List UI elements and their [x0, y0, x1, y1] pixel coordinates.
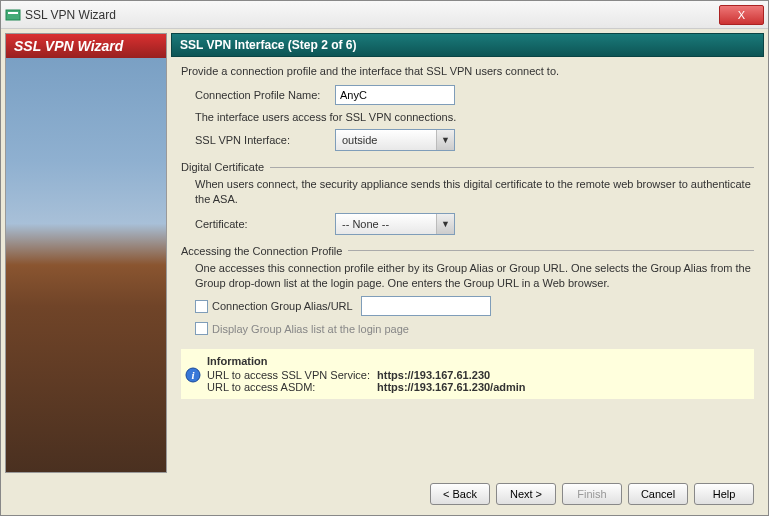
info-title: Information	[207, 355, 746, 367]
cancel-button[interactable]: Cancel	[628, 483, 688, 505]
app-icon	[5, 7, 21, 23]
sidebar-illustration	[6, 58, 166, 472]
interface-value: outside	[336, 134, 436, 146]
alias-checkbox-row: Connection Group Alias/URL	[195, 296, 754, 316]
profile-name-label: Connection Profile Name:	[195, 89, 335, 101]
help-button[interactable]: Help	[694, 483, 754, 505]
digital-cert-fieldset: Digital Certificate When users connect, …	[181, 161, 754, 235]
next-button[interactable]: Next >	[496, 483, 556, 505]
divider	[348, 250, 754, 251]
info-icon: i	[185, 367, 201, 383]
info-line1-label: URL to access SSL VPN Service:	[207, 369, 377, 381]
digital-cert-legend: Digital Certificate	[181, 161, 754, 173]
content: Provide a connection profile and the int…	[171, 57, 764, 477]
cert-row: Certificate: -- None -- ▼	[195, 213, 754, 235]
digital-cert-legend-text: Digital Certificate	[181, 161, 264, 173]
info-line2-label: URL to access ASDM:	[207, 381, 377, 393]
intro-text: Provide a connection profile and the int…	[181, 65, 754, 77]
profile-name-row: Connection Profile Name:	[195, 85, 754, 105]
alias-checkbox[interactable]	[195, 300, 208, 313]
info-line1-value: https://193.167.61.230	[377, 369, 490, 381]
interface-label: SSL VPN Interface:	[195, 134, 335, 146]
cert-label: Certificate:	[195, 218, 335, 230]
cert-value: -- None --	[336, 218, 436, 230]
back-button[interactable]: < Back	[430, 483, 490, 505]
alias-checkbox-label: Connection Group Alias/URL	[212, 300, 353, 312]
digital-cert-desc: When users connect, the security applian…	[195, 177, 754, 207]
interface-row: SSL VPN Interface: outside ▼	[195, 129, 754, 151]
close-button[interactable]: X	[719, 5, 764, 25]
button-bar: < Back Next > Finish Cancel Help	[171, 477, 764, 511]
sidebar-title: SSL VPN Wizard	[6, 34, 166, 58]
wizard-window: SSL VPN Wizard X SSL VPN Wizard SSL VPN …	[0, 0, 769, 516]
window-title: SSL VPN Wizard	[25, 8, 719, 22]
info-box: i Information URL to access SSL VPN Serv…	[181, 349, 754, 399]
svg-rect-0	[6, 10, 20, 20]
info-line-1: URL to access SSL VPN Service: https://1…	[207, 369, 746, 381]
info-line-2: URL to access ASDM: https://193.167.61.2…	[207, 381, 746, 393]
accessing-desc: One accesses this connection profile eit…	[195, 261, 754, 291]
svg-rect-1	[8, 12, 18, 14]
profile-name-input[interactable]	[335, 85, 455, 105]
chevron-down-icon: ▼	[436, 130, 454, 150]
cert-dropdown[interactable]: -- None -- ▼	[335, 213, 455, 235]
step-header: SSL VPN Interface (Step 2 of 6)	[171, 33, 764, 57]
accessing-fieldset: Accessing the Connection Profile One acc…	[181, 245, 754, 336]
divider	[270, 167, 754, 168]
alias-input[interactable]	[361, 296, 491, 316]
interface-note: The interface users access for SSL VPN c…	[195, 111, 754, 123]
info-line2-value: https://193.167.61.230/admin	[377, 381, 526, 393]
accessing-legend: Accessing the Connection Profile	[181, 245, 754, 257]
interface-dropdown[interactable]: outside ▼	[335, 129, 455, 151]
chevron-down-icon: ▼	[436, 214, 454, 234]
display-alias-checkbox[interactable]	[195, 322, 208, 335]
display-alias-row: Display Group Alias list at the login pa…	[195, 322, 754, 335]
body: SSL VPN Wizard SSL VPN Interface (Step 2…	[1, 29, 768, 515]
finish-button: Finish	[562, 483, 622, 505]
accessing-legend-text: Accessing the Connection Profile	[181, 245, 342, 257]
main-panel: SSL VPN Interface (Step 2 of 6) Provide …	[171, 33, 764, 511]
titlebar: SSL VPN Wizard X	[1, 1, 768, 29]
display-alias-label: Display Group Alias list at the login pa…	[212, 323, 409, 335]
sidebar: SSL VPN Wizard	[5, 33, 167, 473]
